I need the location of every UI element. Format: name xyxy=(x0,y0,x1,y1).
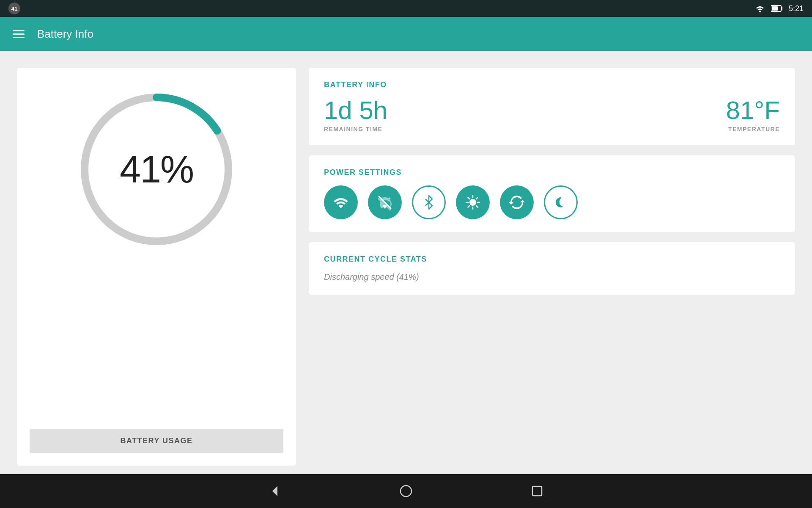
wifi-off-icon xyxy=(376,194,393,211)
temperature-value: 81°F xyxy=(726,98,780,123)
svg-rect-1 xyxy=(772,6,778,11)
notification-count: 41 xyxy=(11,6,17,12)
svg-point-6 xyxy=(469,199,476,206)
bluetooth-button[interactable] xyxy=(412,185,446,219)
svg-line-12 xyxy=(476,206,478,207)
svg-rect-2 xyxy=(781,7,782,10)
power-settings-card: POWER SETTINGS xyxy=(309,155,795,232)
hamburger-menu-icon[interactable] xyxy=(13,30,25,38)
home-icon xyxy=(400,485,412,497)
night-mode-icon xyxy=(552,194,569,211)
battery-percentage: 41% xyxy=(120,148,193,191)
status-time: 5:21 xyxy=(789,4,804,13)
battery-status-icon xyxy=(771,4,783,13)
home-button[interactable] xyxy=(395,480,417,502)
battery-info-row: 1d 5h REMAINING TIME 81°F TEMPERATURE xyxy=(324,98,780,133)
remaining-time-value: 1d 5h xyxy=(324,98,387,123)
sync-icon xyxy=(508,194,525,211)
svg-point-16 xyxy=(401,486,411,497)
battery-info-card: BATTERY INFO 1d 5h REMAINING TIME 81°F T… xyxy=(309,68,795,145)
battery-info-title: BATTERY INFO xyxy=(324,80,780,89)
power-icons-row xyxy=(324,185,780,219)
back-icon xyxy=(268,484,282,498)
sync-button[interactable] xyxy=(500,185,534,219)
svg-line-14 xyxy=(468,206,470,207)
temperature-label: TEMPERATURE xyxy=(726,126,780,133)
wifi-off-button[interactable] xyxy=(368,185,402,219)
battery-usage-button[interactable]: BATTERY USAGE xyxy=(30,429,283,453)
right-panels: BATTERY INFO 1d 5h REMAINING TIME 81°F T… xyxy=(309,68,795,466)
status-bar-left: 41 xyxy=(8,3,20,14)
remaining-time-stat: 1d 5h REMAINING TIME xyxy=(324,98,387,133)
main-content: 41% BATTERY USAGE BATTERY INFO 1d 5h REM… xyxy=(0,51,812,474)
left-panel: 41% BATTERY USAGE xyxy=(17,68,296,466)
power-settings-title: POWER SETTINGS xyxy=(324,168,780,177)
bluetooth-icon xyxy=(420,194,437,211)
svg-line-11 xyxy=(468,198,470,199)
app-title: Battery Info xyxy=(37,28,93,41)
temperature-stat: 81°F TEMPERATURE xyxy=(726,98,780,133)
donut-chart: 41% xyxy=(72,85,241,254)
status-bar-right: 5:21 xyxy=(755,4,804,13)
app-bar: Battery Info xyxy=(0,17,812,51)
status-bar: 41 5:21 xyxy=(0,0,812,17)
remaining-time-label: REMAINING TIME xyxy=(324,126,387,133)
recents-icon xyxy=(531,485,543,497)
current-cycle-title: CURRENT CYCLE STATS xyxy=(324,255,780,264)
notification-badge: 41 xyxy=(8,3,20,14)
svg-marker-15 xyxy=(272,486,277,496)
svg-line-13 xyxy=(476,198,478,199)
brightness-button[interactable] xyxy=(456,185,490,219)
wifi-on-icon xyxy=(332,194,349,211)
back-button[interactable] xyxy=(264,480,285,502)
wifi-status-icon xyxy=(755,4,765,13)
current-cycle-card: CURRENT CYCLE STATS Discharging speed (4… xyxy=(309,242,795,295)
cycle-subtitle: Discharging speed (41%) xyxy=(324,272,780,282)
brightness-icon xyxy=(464,194,481,211)
wifi-on-button[interactable] xyxy=(324,185,358,219)
svg-rect-17 xyxy=(532,486,542,496)
bottom-nav xyxy=(0,474,812,508)
recents-button[interactable] xyxy=(527,480,548,502)
night-mode-button[interactable] xyxy=(544,185,578,219)
